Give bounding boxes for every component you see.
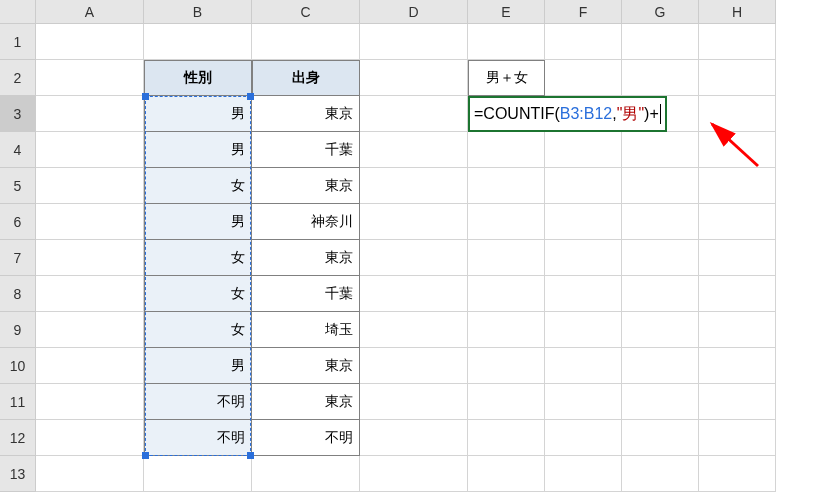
cell-e13[interactable] — [468, 456, 545, 492]
cell-d3[interactable] — [360, 96, 468, 132]
cell-c1[interactable] — [252, 24, 360, 60]
cell-a2[interactable] — [36, 60, 144, 96]
cell-e12[interactable] — [468, 420, 545, 456]
cell-g11[interactable] — [622, 384, 699, 420]
cell-h2[interactable] — [699, 60, 776, 96]
cell-b1[interactable] — [144, 24, 252, 60]
cell-b3[interactable]: 男 — [144, 96, 252, 132]
cell-b11[interactable]: 不明 — [144, 384, 252, 420]
cell-d7[interactable] — [360, 240, 468, 276]
row-header-10[interactable]: 10 — [0, 348, 36, 384]
cell-a11[interactable] — [36, 384, 144, 420]
cell-d2[interactable] — [360, 60, 468, 96]
cell-c9[interactable]: 埼玉 — [252, 312, 360, 348]
cell-f2[interactable] — [545, 60, 622, 96]
row-header-8[interactable]: 8 — [0, 276, 36, 312]
row-header-3[interactable]: 3 — [0, 96, 36, 132]
cell-e4[interactable] — [468, 132, 545, 168]
cell-g10[interactable] — [622, 348, 699, 384]
cell-c4[interactable]: 千葉 — [252, 132, 360, 168]
cell-a1[interactable] — [36, 24, 144, 60]
formula-edit-cell[interactable]: = COUNTIF ( B3:B12 , "男" ) + — [468, 96, 667, 132]
row-header-7[interactable]: 7 — [0, 240, 36, 276]
row-header-9[interactable]: 9 — [0, 312, 36, 348]
col-header-e[interactable]: E — [468, 0, 545, 24]
row-header-13[interactable]: 13 — [0, 456, 36, 492]
select-all-corner[interactable] — [0, 0, 36, 24]
cell-f7[interactable] — [545, 240, 622, 276]
cell-b6[interactable]: 男 — [144, 204, 252, 240]
cell-f12[interactable] — [545, 420, 622, 456]
cell-c7[interactable]: 東京 — [252, 240, 360, 276]
cell-b10[interactable]: 男 — [144, 348, 252, 384]
cell-b2[interactable]: 性別 — [144, 60, 252, 96]
cell-g4[interactable] — [622, 132, 699, 168]
cell-d5[interactable] — [360, 168, 468, 204]
cell-g1[interactable] — [622, 24, 699, 60]
row-header-4[interactable]: 4 — [0, 132, 36, 168]
cell-f9[interactable] — [545, 312, 622, 348]
cell-f11[interactable] — [545, 384, 622, 420]
cell-d13[interactable] — [360, 456, 468, 492]
cell-c10[interactable]: 東京 — [252, 348, 360, 384]
cell-h9[interactable] — [699, 312, 776, 348]
cell-c8[interactable]: 千葉 — [252, 276, 360, 312]
cell-b4[interactable]: 男 — [144, 132, 252, 168]
row-header-11[interactable]: 11 — [0, 384, 36, 420]
cell-e8[interactable] — [468, 276, 545, 312]
cell-e7[interactable] — [468, 240, 545, 276]
cell-g2[interactable] — [622, 60, 699, 96]
cell-a4[interactable] — [36, 132, 144, 168]
col-header-f[interactable]: F — [545, 0, 622, 24]
cell-h4[interactable] — [699, 132, 776, 168]
cell-h6[interactable] — [699, 204, 776, 240]
cell-a7[interactable] — [36, 240, 144, 276]
cell-c3[interactable]: 東京 — [252, 96, 360, 132]
row-header-2[interactable]: 2 — [0, 60, 36, 96]
cell-h13[interactable] — [699, 456, 776, 492]
col-header-a[interactable]: A — [36, 0, 144, 24]
cell-d8[interactable] — [360, 276, 468, 312]
cell-g9[interactable] — [622, 312, 699, 348]
cell-c5[interactable]: 東京 — [252, 168, 360, 204]
row-header-1[interactable]: 1 — [0, 24, 36, 60]
cell-c2[interactable]: 出身 — [252, 60, 360, 96]
cell-h12[interactable] — [699, 420, 776, 456]
cell-d11[interactable] — [360, 384, 468, 420]
cell-b8[interactable]: 女 — [144, 276, 252, 312]
row-header-6[interactable]: 6 — [0, 204, 36, 240]
cell-h10[interactable] — [699, 348, 776, 384]
cell-g12[interactable] — [622, 420, 699, 456]
cell-f4[interactable] — [545, 132, 622, 168]
cell-g13[interactable] — [622, 456, 699, 492]
cell-e11[interactable] — [468, 384, 545, 420]
col-header-c[interactable]: C — [252, 0, 360, 24]
cell-h3[interactable] — [699, 96, 776, 132]
cell-a8[interactable] — [36, 276, 144, 312]
cell-g8[interactable] — [622, 276, 699, 312]
col-header-d[interactable]: D — [360, 0, 468, 24]
cell-a5[interactable] — [36, 168, 144, 204]
cell-c12[interactable]: 不明 — [252, 420, 360, 456]
cell-d12[interactable] — [360, 420, 468, 456]
cell-f10[interactable] — [545, 348, 622, 384]
cell-e9[interactable] — [468, 312, 545, 348]
col-header-g[interactable]: G — [622, 0, 699, 24]
cell-e6[interactable] — [468, 204, 545, 240]
cell-c13[interactable] — [252, 456, 360, 492]
cell-a12[interactable] — [36, 420, 144, 456]
cell-f13[interactable] — [545, 456, 622, 492]
cell-e10[interactable] — [468, 348, 545, 384]
cell-d4[interactable] — [360, 132, 468, 168]
cell-d6[interactable] — [360, 204, 468, 240]
cell-c6[interactable]: 神奈川 — [252, 204, 360, 240]
cell-h8[interactable] — [699, 276, 776, 312]
cell-b12[interactable]: 不明 — [144, 420, 252, 456]
cell-b9[interactable]: 女 — [144, 312, 252, 348]
cell-f5[interactable] — [545, 168, 622, 204]
cell-h11[interactable] — [699, 384, 776, 420]
cell-e2[interactable]: 男＋女 — [468, 60, 545, 96]
cell-f1[interactable] — [545, 24, 622, 60]
cell-a10[interactable] — [36, 348, 144, 384]
col-header-h[interactable]: H — [699, 0, 776, 24]
